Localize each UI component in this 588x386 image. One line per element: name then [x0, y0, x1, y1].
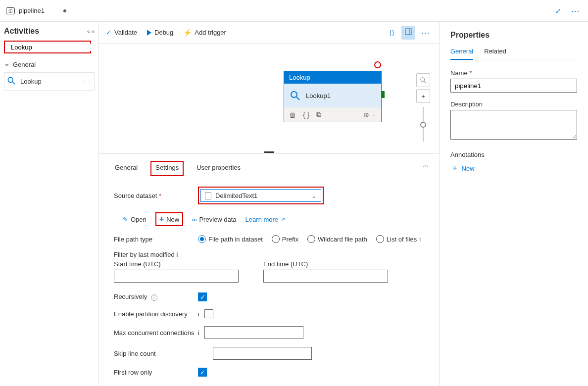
first-row-label: First row only	[114, 369, 198, 376]
info-icon[interactable]: i	[198, 310, 199, 318]
braces-icon	[390, 29, 393, 36]
preview-data-button[interactable]: ∞Preview data	[192, 216, 236, 223]
chevron-down-icon	[4, 60, 10, 68]
skip-line-input[interactable]	[213, 347, 312, 360]
node-success-handle[interactable]	[382, 91, 385, 98]
add-trigger-button[interactable]: Add trigger	[183, 29, 226, 37]
node-header: Lookup	[284, 71, 381, 84]
start-time-input[interactable]	[114, 270, 239, 283]
new-annotation-button[interactable]: New	[450, 163, 577, 174]
learn-more-link[interactable]: Learn more	[245, 216, 285, 223]
unsaved-indicator	[63, 9, 66, 12]
more-button[interactable]	[568, 4, 582, 18]
file-icon	[205, 192, 211, 199]
zoom-fit-button[interactable]	[416, 73, 430, 87]
tab-general[interactable]: General	[114, 161, 139, 176]
svg-line-9	[424, 81, 426, 83]
pencil-icon	[123, 216, 128, 223]
pipeline-canvas[interactable]: Lookup Lookup1 🗑 { } ⧉ ⊕→ +	[99, 44, 439, 150]
info-icon[interactable]: i	[151, 294, 157, 301]
debug-button[interactable]: Debug	[147, 29, 173, 36]
recursively-row: Recursively i	[114, 292, 424, 301]
recursively-checkbox[interactable]	[198, 292, 207, 301]
zoom-in-button[interactable]: +	[416, 89, 430, 103]
radio-wildcard[interactable]: Wildcard file path	[307, 235, 367, 243]
activity-item-lookup[interactable]: Lookup ⋮⋮	[4, 72, 95, 91]
first-row-only-row: First row only	[114, 368, 424, 377]
first-row-checkbox[interactable]	[198, 368, 207, 377]
enable-partition-row: Enable partition discovery i	[114, 309, 424, 318]
properties-toggle-button[interactable]	[401, 26, 415, 40]
details-panel: General Settings User properties Source …	[99, 153, 439, 386]
radio-list-files[interactable]: List of filesi	[376, 235, 421, 243]
chevron-down-icon	[311, 192, 317, 199]
check-icon	[106, 29, 111, 36]
max-concurrent-row: Max concurrent connections i	[114, 326, 424, 339]
description-textarea[interactable]	[450, 110, 577, 140]
zoom-controls: +	[416, 73, 430, 142]
expand-node-button[interactable]: ⊕→	[363, 111, 376, 119]
enable-partition-checkbox[interactable]	[204, 309, 213, 318]
node-name: Lookup1	[306, 92, 331, 99]
activities-search-input[interactable]	[11, 44, 94, 51]
collapse-panel-button[interactable]	[423, 161, 429, 170]
zoom-slider[interactable]	[423, 107, 424, 142]
source-dataset-label: Source dataset *	[114, 192, 198, 199]
activity-group-general[interactable]: General	[4, 58, 95, 70]
enable-partition-label: Enable partition discovery	[114, 310, 198, 318]
play-icon	[147, 30, 151, 36]
node-footer: 🗑 { } ⧉ ⊕→	[284, 107, 381, 122]
radio-prefix[interactable]: Prefix	[272, 235, 298, 243]
file-path-type-label: File path type	[114, 236, 198, 243]
pipeline-tab-name[interactable]: pipeline1	[19, 7, 45, 14]
info-icon[interactable]: i	[419, 236, 421, 243]
debug-label: Debug	[154, 29, 173, 36]
end-time-label: End time (UTC)	[263, 260, 388, 268]
glasses-icon: ∞	[192, 216, 196, 223]
activity-label: Lookup	[20, 78, 42, 85]
expand-button[interactable]	[551, 4, 565, 18]
source-dataset-row: Source dataset * DelimitedText1	[114, 187, 424, 204]
sidebar-collapse-button[interactable]: « «	[87, 28, 95, 34]
open-dataset-button[interactable]: Open	[123, 216, 147, 223]
plus-icon	[452, 163, 458, 174]
radio-icon	[272, 235, 280, 243]
properties-panel: Properties General Related Name * Descri…	[440, 22, 588, 386]
toolbar-more-button[interactable]	[418, 26, 432, 40]
filter-modified-row: Filter by last modified i Start time (UT…	[114, 251, 424, 283]
zoom-thumb[interactable]	[420, 122, 426, 128]
tab-user-properties[interactable]: User properties	[196, 161, 242, 176]
new-dataset-highlight: New	[155, 212, 183, 226]
skip-line-label: Skip line count	[114, 350, 213, 357]
activities-search[interactable]	[4, 41, 91, 53]
tab-settings[interactable]: Settings	[150, 161, 184, 176]
end-time-input[interactable]	[263, 270, 388, 283]
dots-icon	[571, 5, 580, 16]
new-label: New	[166, 216, 179, 223]
copy-node-button[interactable]: ⧉	[316, 110, 321, 119]
code-view-button[interactable]	[385, 26, 398, 40]
validate-button[interactable]: Validate	[106, 29, 137, 36]
new-dataset-button[interactable]: New	[159, 215, 179, 224]
info-icon[interactable]: i	[198, 329, 199, 337]
dataset-actions: Open New ∞Preview data Learn more	[114, 212, 424, 226]
node-top-handle[interactable]	[374, 61, 381, 68]
bolt-icon	[183, 29, 192, 37]
props-tab-general[interactable]: General	[450, 48, 473, 60]
source-dataset-dropdown[interactable]: DelimitedText1	[200, 189, 321, 202]
add-trigger-label: Add trigger	[195, 29, 226, 36]
code-node-button[interactable]: { }	[303, 111, 309, 119]
properties-tabs: General Related	[450, 48, 577, 60]
properties-icon	[404, 28, 412, 37]
validate-label: Validate	[114, 29, 137, 36]
lookup-activity-node[interactable]: Lookup Lookup1 🗑 { } ⧉ ⊕→	[284, 71, 382, 122]
props-tab-related[interactable]: Related	[484, 48, 506, 60]
radio-file-path-dataset[interactable]: File path in dataset	[198, 235, 263, 243]
description-label: Description	[450, 100, 577, 108]
activities-sidebar: Activities « « General Lookup ⋮⋮	[0, 22, 99, 386]
delete-node-button[interactable]: 🗑	[289, 111, 296, 119]
info-icon[interactable]: i	[176, 251, 178, 258]
dropdown-value: DelimitedText1	[215, 192, 307, 199]
max-concurrent-input[interactable]	[204, 326, 303, 339]
pipeline-name-input[interactable]	[450, 79, 577, 93]
